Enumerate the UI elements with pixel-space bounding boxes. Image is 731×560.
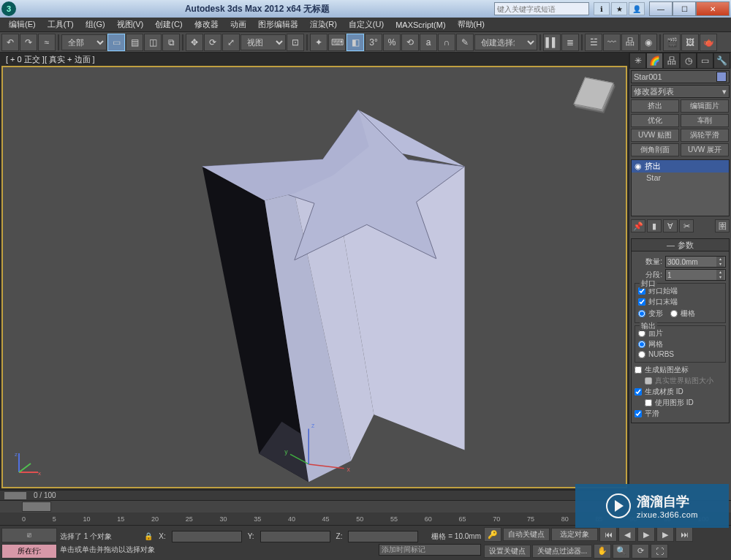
spinner-snap-icon[interactable]: ⟲ <box>401 34 419 51</box>
layer-icon[interactable]: ☱ <box>585 34 602 51</box>
coord-z-input[interactable] <box>348 531 418 542</box>
stack-item-star[interactable]: Star <box>632 173 729 183</box>
info-icon[interactable]: ℹ <box>594 2 610 15</box>
menu-tools[interactable]: 工具(T) <box>42 19 80 30</box>
remove-mod-icon[interactable]: ✂ <box>679 219 694 232</box>
object-color-swatch[interactable] <box>716 72 727 82</box>
select-rect-icon[interactable]: ◫ <box>144 34 162 51</box>
maximize-button[interactable]: ☐ <box>673 1 696 16</box>
edit-named-icon[interactable]: ✎ <box>456 34 474 51</box>
coord-x-input[interactable] <box>172 531 242 542</box>
ref-coord-select[interactable]: 视图 <box>240 34 286 50</box>
mod-btn-uvwmap[interactable]: UVW 贴图 <box>631 129 679 142</box>
tab-display-icon[interactable]: ▭ <box>697 53 713 69</box>
gen-matid-checkbox[interactable]: 生成材质 ID <box>635 387 726 397</box>
mod-btn-optimize[interactable]: 优化 <box>631 114 679 127</box>
menu-view[interactable]: 视图(V) <box>111 19 150 30</box>
move-icon[interactable]: ✥ <box>186 34 203 51</box>
nav-orbit-icon[interactable]: ⟳ <box>632 544 649 559</box>
modifier-list-dropdown[interactable]: 修改器列表▾ <box>631 85 730 98</box>
named-selection[interactable]: 创建选择集 <box>474 34 537 50</box>
object-name-input[interactable]: Star001 <box>631 70 730 83</box>
play-icon[interactable]: ▶ <box>637 527 655 542</box>
app-icon[interactable]: 3 <box>1 1 16 16</box>
manip-icon[interactable]: ✦ <box>310 34 327 51</box>
script-line-button[interactable]: 所在行: <box>1 544 57 559</box>
next-frame-icon[interactable]: ▶ <box>656 527 674 542</box>
stack-item-extrude[interactable]: ◉ 挤出 <box>632 160 729 173</box>
nav-zoom-icon[interactable]: 🔍 <box>613 544 630 559</box>
time-slider-knob[interactable] <box>22 502 51 512</box>
mod-btn-bevelprofile[interactable]: 倒角剖面 <box>631 143 679 156</box>
cap-end-checkbox[interactable]: 封口末端 <box>638 297 722 307</box>
keyfilter-button[interactable]: 关键点过滤器... <box>532 545 592 558</box>
redo-icon[interactable]: ↷ <box>20 34 37 51</box>
add-time-tag-input[interactable]: 添加时间标记 <box>379 544 481 556</box>
user-icon[interactable]: 👤 <box>629 2 645 15</box>
close-button[interactable]: ✕ <box>696 1 730 16</box>
render-icon[interactable]: 🫖 <box>700 34 717 51</box>
keyboard-icon[interactable]: ⌨ <box>328 34 346 51</box>
mod-btn-extrude[interactable]: 挤出 <box>631 99 679 113</box>
goto-end-icon[interactable]: ⏭ <box>675 527 693 542</box>
viewcube[interactable] <box>576 76 616 116</box>
setkey-button[interactable]: 设置关键点 <box>484 545 531 558</box>
undo-icon[interactable]: ↶ <box>1 34 19 51</box>
scroll-thumb[interactable] <box>4 492 26 499</box>
nav-pan-icon[interactable]: ✋ <box>594 544 611 559</box>
scale-icon[interactable]: ⤢ <box>222 34 240 51</box>
key-mode-icon[interactable]: 🔑 <box>484 527 501 542</box>
menu-modifiers[interactable]: 修改器 <box>189 19 224 30</box>
snap-b-icon[interactable]: ∩ <box>438 34 455 51</box>
menu-grapheditor[interactable]: 图形编辑器 <box>252 19 304 30</box>
star-icon[interactable]: ★ <box>611 2 627 15</box>
rotate-icon[interactable]: ⟳ <box>204 34 221 51</box>
nav-max-icon[interactable]: ⛶ <box>651 544 668 559</box>
realworld-checkbox[interactable]: 真实世界贴图大小 <box>635 376 726 386</box>
window-cross-icon[interactable]: ⧉ <box>162 34 180 51</box>
selected-object-button[interactable]: 选定对象 <box>551 528 598 541</box>
viewport-hscroll[interactable]: 0 / 100 <box>0 490 629 500</box>
snap-toggle-icon[interactable]: ◧ <box>346 34 364 51</box>
autokey-button[interactable]: 自动关键点 <box>503 528 550 541</box>
menu-maxscript[interactable]: MAXScript(M) <box>390 20 451 29</box>
pivot-icon[interactable]: ⊡ <box>287 34 304 51</box>
coord-y-input[interactable] <box>260 531 330 542</box>
cap-morph-radio[interactable]: 变形 <box>638 309 663 319</box>
mod-btn-lathe[interactable]: 车削 <box>681 114 729 127</box>
mod-btn-editpatch[interactable]: 编辑面片 <box>681 99 729 113</box>
align-icon[interactable]: ≣ <box>561 34 579 51</box>
eye-icon[interactable]: ◉ <box>635 162 642 171</box>
configure-icon[interactable]: 圉 <box>715 219 730 232</box>
viewport[interactable]: x y z x z <box>1 66 627 488</box>
segments-spinner[interactable]: 1▴▾ <box>665 269 726 281</box>
smooth-checkbox[interactable]: 平滑 <box>635 409 726 419</box>
tab-hierarchy-icon[interactable]: 品 <box>663 53 680 69</box>
out-nurbs-radio[interactable]: NURBS <box>638 350 722 358</box>
menu-anim[interactable]: 动画 <box>224 19 252 30</box>
amount-spinner[interactable]: 300.0mm▴▾ <box>665 256 726 268</box>
material-editor-icon[interactable]: ◉ <box>640 34 657 51</box>
mod-btn-uvwunwrap[interactable]: UVW 展开 <box>681 143 729 156</box>
minimize-button[interactable]: — <box>649 1 673 16</box>
mirror-icon[interactable]: ▌▌ <box>543 34 561 51</box>
goto-start-icon[interactable]: ⏮ <box>599 527 617 542</box>
menu-help[interactable]: 帮助(H) <box>452 19 491 30</box>
percent-snap-icon[interactable]: % <box>383 34 401 51</box>
curve-editor-icon[interactable]: 〰 <box>603 34 621 51</box>
select-object-icon[interactable]: ▭ <box>107 34 125 51</box>
menu-customize[interactable]: 自定义(U) <box>343 19 390 30</box>
make-unique-icon[interactable]: ∀ <box>663 219 678 232</box>
select-name-icon[interactable]: ▤ <box>126 34 143 51</box>
gen-mapcoords-checkbox[interactable]: 生成贴图坐标 <box>635 365 726 375</box>
cap-grid-radio[interactable]: 栅格 <box>670 309 695 319</box>
angle-snap-icon[interactable]: 3° <box>365 34 382 51</box>
help-search-input[interactable] <box>494 2 589 15</box>
viewport-label[interactable]: [ + 0 正交 ][ 真实 + 边面 ] <box>0 53 629 66</box>
show-end-icon[interactable]: ▮ <box>647 219 662 232</box>
render-frame-icon[interactable]: 🖼 <box>681 34 699 51</box>
tab-utilities-icon[interactable]: 🔧 <box>713 53 730 69</box>
menu-edit[interactable]: 编辑(E) <box>3 19 42 30</box>
tab-modify-icon[interactable]: 🌈 <box>646 53 663 69</box>
selection-filter[interactable]: 全部 <box>61 34 107 50</box>
